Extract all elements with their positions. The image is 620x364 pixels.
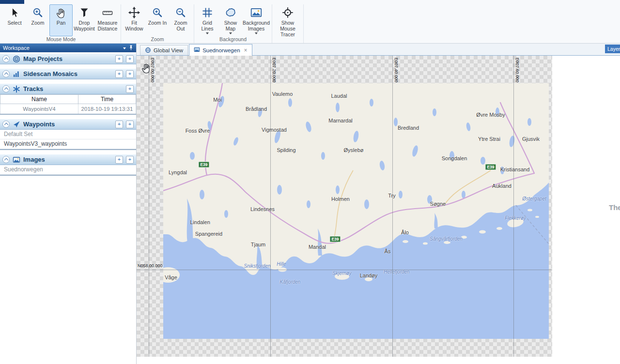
measure-distance-button[interactable]: Measure Distance (96, 4, 119, 36)
chevron-down-icon[interactable] (229, 32, 232, 36)
ribbon-group-tracer: Show Mouse Tracer (272, 4, 304, 43)
image-icon (13, 156, 20, 164)
section-tracks: Tracks + Name Time WaypointsV4 2018-10-1… (0, 83, 136, 115)
zoom-in-button[interactable]: Zoom In (146, 4, 169, 36)
hand-icon (54, 6, 68, 19)
layers-panel-tab[interactable]: Layers (605, 45, 620, 53)
close-icon[interactable]: × (244, 47, 248, 54)
chevron-down-icon[interactable] (123, 47, 126, 51)
map-image-icon (194, 46, 200, 54)
zoom-tool-button[interactable]: Zoom (26, 4, 49, 36)
expand-all-button[interactable]: + (115, 156, 123, 164)
drop-waypoint-button[interactable]: Drop Waypoint (73, 4, 96, 36)
map-water-label: Hellefjorden (384, 269, 409, 274)
zoom-out-button[interactable]: Zoom Out (169, 4, 192, 36)
collapse-button[interactable] (2, 55, 10, 62)
globe-icon (145, 47, 151, 54)
cursor-icon (8, 6, 21, 19)
section-header-map-projects[interactable]: Map Projects + + (0, 53, 136, 64)
section-map-projects: Map Projects + + (0, 53, 136, 64)
fit-window-button[interactable]: Fit Window (123, 4, 146, 36)
ribbon-toolbar: Select Zoom Pan Drop Waypoint Measure Di… (0, 0, 620, 44)
section-header-tracks[interactable]: Tracks + (0, 83, 136, 94)
section-header-images[interactable]: Images + + (0, 154, 136, 165)
list-item[interactable]: Suednorwegen (0, 165, 136, 175)
map-viewport[interactable]: MoiVaulemoLaudalBrådlandMarnardalØvre Mo… (137, 56, 620, 364)
add-item-button[interactable]: + (126, 156, 134, 164)
column-header-name[interactable]: Name (0, 95, 78, 104)
collapse-button[interactable] (2, 121, 10, 128)
zoom-out-icon (174, 6, 187, 19)
section-header-waypoints[interactable]: Waypoints + + (0, 119, 136, 130)
tab-label: Global View (154, 47, 183, 53)
map-background-image[interactable]: MoiVaulemoLaudalBrådlandMarnardalØvre Mo… (163, 83, 549, 339)
tracks-table: Name Time WaypointsV4 2018-10-19 19:13:3… (0, 94, 136, 115)
add-item-button[interactable]: + (126, 55, 134, 63)
fit-arrows-icon (127, 6, 141, 19)
pan-tool-button[interactable]: Pan (49, 4, 73, 36)
workspace-panel-title: Workspace (3, 45, 120, 51)
map-place-label: Mandal (309, 244, 326, 250)
expand-all-button[interactable]: + (115, 70, 123, 78)
background-images-button[interactable]: Background Images (242, 4, 270, 37)
button-label: Grid Lines (196, 20, 218, 31)
pan-cursor-icon (140, 61, 153, 75)
chevron-down-icon[interactable] (206, 32, 209, 36)
show-map-button[interactable]: Show Map (219, 4, 242, 37)
list-item[interactable]: WaypointsV3_waypoints (0, 139, 136, 149)
grid-lines-button[interactable]: Grid Lines (196, 4, 219, 37)
map-place-label: Moi (213, 97, 222, 103)
track-time-cell: 2018-10-19 19:13:31 (78, 104, 136, 115)
pin-icon[interactable] (129, 45, 133, 51)
ribbon-group-zoom: Fit Window Zoom In Zoom Out Zoom (121, 4, 194, 43)
map-place-label: Lindesnes (250, 206, 275, 212)
ruler-icon (101, 6, 114, 19)
ribbon-group-label: Background (194, 36, 272, 42)
map-outline-icon (224, 6, 237, 19)
section-title: Sidescan Mosaics (23, 70, 112, 77)
section-title: Tracks (23, 85, 123, 92)
workspace-panel: Workspace Map Projects + + Sidescan Mosa… (0, 44, 137, 364)
show-mouse-tracer-button[interactable]: Show Mouse Tracer (274, 4, 302, 39)
map-place-label: Bredland (398, 125, 419, 131)
workspace-panel-header[interactable]: Workspace (0, 44, 136, 52)
section-images: Images + + Suednorwegen (0, 154, 136, 176)
expand-all-button[interactable]: + (115, 121, 123, 128)
section-header-sidescan-mosaics[interactable]: Sidescan Mosaics + + (0, 68, 136, 79)
section-title: Waypoints (23, 121, 112, 128)
column-header-time[interactable]: Time (78, 95, 136, 104)
map-place-label: Vigmostad (262, 127, 287, 133)
select-tool-button[interactable]: Select (3, 4, 26, 36)
map-place-label: Kristiansand (500, 167, 530, 172)
add-item-button[interactable]: + (126, 85, 134, 93)
waypoints-list: Default Set WaypointsV3_waypoints (0, 130, 136, 150)
ribbon-group-mouse-mode: Select Zoom Pan Drop Waypoint Measure Di… (1, 4, 121, 43)
button-label: Measure Distance (96, 20, 119, 31)
map-place-label: Spangereid (195, 231, 222, 237)
button-label: Background Images (243, 20, 270, 31)
tab-suednorwegen[interactable]: Suednorwegen × (189, 44, 252, 56)
map-place-label: Foss Øvre (186, 128, 210, 134)
button-label: Show Mouse Tracer (274, 20, 301, 37)
sonar-bars-icon (13, 70, 20, 78)
tab-global-view[interactable]: Global View (140, 45, 188, 55)
add-item-button[interactable]: + (126, 70, 134, 78)
map-water-label: Østergapet (522, 196, 546, 201)
collapse-button[interactable] (2, 70, 10, 77)
collapse-button[interactable] (2, 156, 10, 163)
section-title: Map Projects (23, 55, 112, 62)
dart-icon (13, 121, 20, 128)
asterisk-icon (13, 85, 20, 93)
map-water-label: Sångvårfjorden (430, 236, 463, 242)
map-place-label: Gjusvik (522, 136, 540, 142)
expand-all-button[interactable]: + (115, 55, 123, 63)
ribbon-group-background: Grid Lines Show Map Background Images Ba… (194, 4, 272, 43)
table-row[interactable]: WaypointsV4 2018-10-19 19:13:31 (0, 104, 136, 115)
button-label: Pan (57, 20, 66, 26)
add-item-button[interactable]: + (126, 121, 134, 128)
collapse-button[interactable] (2, 85, 10, 92)
list-item[interactable]: Default Set (0, 130, 136, 139)
map-place-label: Spilding (277, 147, 295, 153)
chevron-down-icon[interactable] (255, 32, 258, 36)
button-label: Zoom (31, 20, 45, 26)
